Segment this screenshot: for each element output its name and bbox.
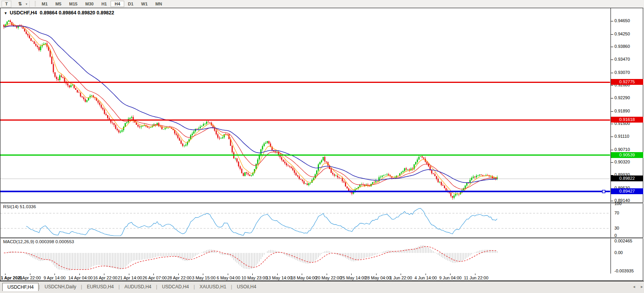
date-axis-label: 20 May 22:00 [316,275,342,280]
date-axis-tick [178,274,179,275]
symbol-dropdown-icon[interactable]: ▼ [4,11,7,15]
rsi-pane-layer [0,208,610,236]
chart-title: ▼USDCHF,H4 0.89864 0.89864 0.89820 0.898… [4,10,114,16]
date-axis-tick [252,274,253,275]
tab-scroll-right-icon[interactable]: ► [640,285,644,289]
date-axis-label: 28 May 04:00 [365,275,391,280]
symbol-timeframe-label: USDCHF,H4 [10,10,37,16]
chart-tabs: USDCHF,H4|USDCNH,Daily|EURUSD,H4|AUDUSD,… [2,282,261,291]
level-badge: 0.90539 [611,152,643,158]
rsi-axis-label: 70 [614,211,619,215]
rsi-indicator-label: RSI(14) 51.0336 [3,204,36,209]
chart-tab-xauusd[interactable]: XAUUSD,H1 [195,283,231,290]
chart-tab-usdcad[interactable]: USDCAD,H4 [157,283,194,290]
date-axis-tick [203,274,203,275]
level-badge: 0.92775 [611,79,643,85]
date-axis-label: 11 Jun 22:00 [464,275,489,280]
chart-tab-usdcnh[interactable]: USDCNH,Daily [40,283,81,290]
rsi-axis-label: 0 [614,233,617,238]
date-axis-tick [55,274,55,275]
price-axis-label: 0.90710 [614,147,630,152]
date-axis-label: 28 Apr 22:00 [167,275,192,280]
price-axis-tick [611,47,613,47]
ma-line-slow [4,26,497,182]
date-axis-tick [79,274,80,275]
date-axis-tick [153,274,154,275]
date-axis-tick [104,274,104,275]
chart-tab-bar: USDCHF,H4|USDCNH,Daily|EURUSD,H4|AUDUSD,… [0,281,644,293]
support-line-blue[interactable] [0,190,610,193]
price-axis-label: 0.94250 [614,32,630,36]
date-axis-label: 9 Apr 14:00 [44,275,65,280]
date-axis-label: 6 Apr 22:00 [19,275,41,280]
price-axis-tick [611,201,613,201]
date-axis-tick [30,274,30,275]
price-axis-label: 0.93860 [614,44,630,49]
date-axis-tick [351,274,352,275]
price-axis-label: 0.91890 [614,109,630,113]
rsi-axis-label: 100 [614,201,621,206]
price-axis-tick [611,111,613,112]
ohlc-values: 0.89864 0.89864 0.89820 0.89822 [40,10,114,16]
chart-tab-usoil[interactable]: USOil,H4 [232,283,261,290]
macd-axis-label: 0.00 [614,250,623,255]
price-axis-tick [611,124,613,124]
price-axis-label: 0.94650 [614,18,630,23]
chart-tab-usdchf[interactable]: USDCHF,H4 [2,283,39,291]
price-axis-tick [611,162,613,163]
resistance-line-2[interactable] [0,119,610,121]
price-axis-tick [611,150,613,150]
macd-indicator-label: MACD(12,26,9) 0.000398 0.000553 [3,239,74,244]
price-axis-label: 0.90320 [614,160,630,164]
date-axis-tick [426,274,426,275]
level-badge: 0.91618 [611,117,643,123]
date-axis-tick [302,274,302,275]
resistance-line-1[interactable] [0,82,610,83]
macd-axis-label: 0.002465 [614,239,632,243]
date-axis-label: 21 Apr 14:00 [118,275,142,280]
date-axis-label: 4 Jun 14:00 [415,275,437,280]
price-axis-label: 0.93070 [614,70,630,75]
date-axis-label: 18 May 04:00 [291,275,317,280]
date-axis-tick [228,274,228,275]
price-axis-label: 0.92290 [614,95,630,100]
date-axis-label: 1 Jun 22:00 [390,275,412,280]
date-axis-label: 16 Apr 22:00 [93,275,117,280]
date-axis-tick [327,274,327,275]
chart-tab-eurusd[interactable]: EURUSD,H4 [82,283,118,290]
date-axis-tick [277,274,278,275]
date-axis-label: 6 May 04:00 [217,275,241,280]
date-axis-tick [401,274,401,275]
ma-line-fast [4,23,497,194]
date-axis-tick [475,274,475,275]
date-axis-label: 10 May 23:00 [241,275,267,280]
price-axis-tick [611,73,613,73]
price-axis-tick [611,98,613,98]
date-axis-label: 3 May 15:00 [192,275,216,280]
macd-pane-layer [4,245,497,270]
current-price-badge: 0.89822 [611,175,643,181]
date-axis-tick [450,274,450,275]
date-axis-label: 9 Jun 04:00 [439,275,462,280]
price-axis-label: 0.91110 [614,134,629,139]
tab-scroll-left-icon[interactable]: ◄ [632,285,636,289]
date-axis-label: 14 Apr 04:00 [69,275,93,280]
date-axis-label: 25 May 14:00 [340,275,366,280]
candles-layer [4,19,498,200]
rsi-axis-label: 30 [614,226,619,230]
price-axis-tick [611,137,613,137]
price-axis-tick [611,60,613,60]
price-axis-tick [611,21,613,21]
trading-platform-window: T ⇅ ▾ M1M5M15M30H1H4D1W1MN ▼ ▼USDCHF,H4 … [0,0,644,293]
level-badge: 0.89427 [611,188,643,194]
chart-tab-audusd[interactable]: AUDUSD,H4 [120,283,156,290]
date-axis-tick [5,274,5,275]
date-axis-label: 26 Apr 07:00 [143,275,167,280]
date-axis-tick [129,274,129,275]
date-axis-label: 13 May 14:00 [266,275,292,280]
chart-canvas[interactable] [0,0,644,293]
ma-line-medium [4,25,497,189]
price-axis-label: 0.93470 [614,57,630,61]
date-axis-tick [376,274,377,275]
support-line-green[interactable] [0,154,610,156]
